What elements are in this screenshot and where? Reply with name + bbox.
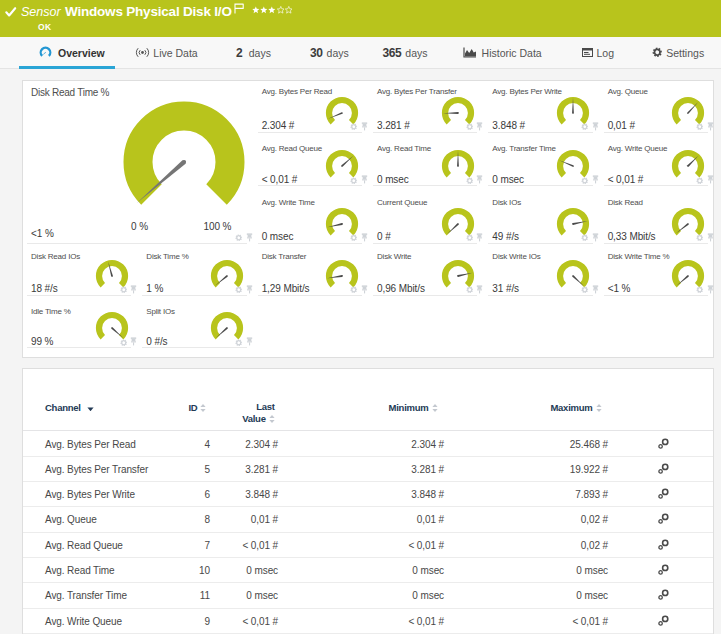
table-row-avg-read-queue[interactable]: Avg. Read Queue7< 0,01 #< 0,01 #0,02 # — [23, 533, 713, 558]
pin-icon[interactable] — [592, 122, 599, 131]
gauge-value: 0,96 Mbit/s — [377, 283, 425, 294]
tab-log[interactable]: Log — [582, 37, 615, 68]
gear-icon[interactable] — [696, 177, 704, 185]
gear-icon[interactable] — [350, 123, 358, 131]
sort-icon[interactable] — [200, 404, 206, 412]
channel-settings-icon[interactable] — [656, 512, 670, 530]
cell-minimum: 2.304 # — [354, 432, 444, 457]
gauge-value: < 0,01 # — [608, 174, 644, 185]
tab-historic-data[interactable]: Historic Data — [463, 37, 542, 68]
pin-icon[interactable] — [361, 285, 368, 294]
priority-stars[interactable] — [252, 6, 293, 14]
gear-icon[interactable] — [350, 286, 358, 294]
tab-settings[interactable]: Settings — [652, 37, 704, 68]
pin-icon[interactable] — [361, 122, 368, 131]
table-row-avg-bytes-per-read[interactable]: Avg. Bytes Per Read42.304 #2.304 #25.468… — [23, 432, 713, 457]
pin-icon[interactable] — [476, 175, 483, 184]
channel-settings-icon[interactable] — [656, 437, 670, 455]
sort-icon[interactable] — [269, 415, 275, 423]
star-icon-empty[interactable] — [277, 6, 285, 14]
table-row-avg-queue[interactable]: Avg. Queue80,01 #0,01 #0,02 # — [23, 507, 713, 532]
pin-icon[interactable] — [592, 175, 599, 184]
gauge-cell-avg-read-queue: Avg. Read Queue< 0,01 # — [254, 133, 369, 187]
star-icon-filled[interactable] — [268, 6, 276, 14]
column-header-minimum[interactable]: Minimum — [389, 402, 438, 413]
gear-icon[interactable] — [652, 47, 663, 58]
sort-icon[interactable] — [432, 404, 438, 412]
cell-actions — [696, 175, 714, 184]
channel-settings-icon[interactable] — [656, 588, 670, 606]
gauge-label: Current Queue — [377, 198, 427, 207]
tab-365-days[interactable]: 365days — [383, 37, 428, 68]
cell-maximum: < 0,01 # — [518, 609, 608, 634]
pin-icon[interactable] — [130, 337, 137, 346]
pin-icon[interactable] — [361, 233, 368, 242]
star-icon-filled[interactable] — [252, 6, 260, 14]
column-header-id[interactable]: ID — [188, 402, 206, 413]
gear-icon[interactable] — [696, 123, 704, 131]
pin-icon[interactable] — [707, 233, 714, 242]
table-row-avg-bytes-per-write[interactable]: Avg. Bytes Per Write63.848 #3.848 #7.893… — [23, 482, 713, 507]
channel-settings-icon[interactable] — [656, 563, 670, 581]
pin-icon[interactable] — [361, 175, 368, 184]
gauge-cell-disk-write: Disk Write0,96 Mbit/s — [369, 244, 484, 296]
gauge-scale-max: 100 % — [204, 221, 232, 232]
pin-icon[interactable] — [707, 175, 714, 184]
sort-icon[interactable] — [596, 404, 602, 412]
gear-icon[interactable] — [581, 286, 589, 294]
gauge-label: Avg. Bytes Per Write — [492, 87, 562, 96]
gear-icon[interactable] — [581, 123, 589, 131]
cell-minimum: 0 msec — [354, 583, 444, 608]
gauge-cell-disk-write-time-: Disk Write Time %<1 % — [600, 244, 715, 296]
cell-actions — [350, 122, 368, 131]
star-icon-filled[interactable] — [260, 6, 268, 14]
table-row-avg-transfer-time[interactable]: Avg. Transfer Time110 msec0 msec0 msec — [23, 583, 713, 608]
gear-icon[interactable] — [235, 286, 243, 294]
pin-icon[interactable] — [476, 233, 483, 242]
star-icon-empty[interactable] — [285, 6, 293, 14]
pin-icon[interactable] — [592, 285, 599, 294]
pin-icon[interactable] — [707, 285, 714, 294]
gauge-label: Idle Time % — [31, 307, 71, 316]
channel-settings-icon[interactable] — [656, 614, 670, 632]
gear-icon[interactable] — [235, 339, 243, 347]
table-row-avg-bytes-per-transfer[interactable]: Avg. Bytes Per Transfer53.281 #3.281 #19… — [23, 457, 713, 482]
tab-2-days[interactable]: 2days — [236, 37, 271, 68]
pin-icon[interactable] — [130, 285, 137, 294]
channel-settings-icon[interactable] — [656, 462, 670, 480]
pin-icon[interactable] — [246, 285, 253, 294]
tab-30-days[interactable]: 30days — [310, 37, 349, 68]
gear-icon[interactable] — [120, 286, 128, 294]
gear-icon[interactable] — [696, 234, 704, 242]
gauge-label: Disk Time % — [146, 252, 188, 261]
gear-icon[interactable] — [235, 234, 243, 242]
tab-overview[interactable]: Overview — [39, 37, 105, 68]
gear-icon[interactable] — [466, 177, 474, 185]
pin-icon[interactable] — [592, 233, 599, 242]
gear-icon[interactable] — [350, 177, 358, 185]
channel-settings-icon[interactable] — [656, 487, 670, 505]
gear-icon[interactable] — [466, 234, 474, 242]
pin-icon[interactable] — [476, 285, 483, 294]
gear-icon[interactable] — [466, 123, 474, 131]
pin-icon[interactable] — [476, 122, 483, 131]
gear-icon[interactable] — [466, 286, 474, 294]
flag-icon[interactable] — [234, 3, 245, 14]
gear-icon[interactable] — [696, 286, 704, 294]
gauge-cell-disk-write-ios: Disk Write IOs31 #/s — [484, 244, 599, 296]
column-header-last-value[interactable]: LastValue — [242, 401, 275, 426]
table-row-avg-write-queue[interactable]: Avg. Write Queue9< 0,01 #< 0,01 #< 0,01 … — [23, 609, 713, 634]
pin-icon[interactable] — [246, 337, 253, 346]
tab-live-data[interactable]: Live Data — [135, 37, 197, 68]
gear-icon[interactable] — [350, 234, 358, 242]
pin-icon[interactable] — [707, 122, 714, 131]
pin-icon[interactable] — [246, 233, 253, 242]
gear-icon[interactable] — [581, 234, 589, 242]
table-row-avg-read-time[interactable]: Avg. Read Time100 msec0 msec0 msec — [23, 558, 713, 583]
column-header-channel[interactable]: Channel — [45, 402, 94, 413]
cell-channel: Avg. Queue — [45, 507, 97, 532]
column-header-maximum[interactable]: Maximum — [550, 402, 601, 413]
gear-icon[interactable] — [581, 177, 589, 185]
channel-settings-icon[interactable] — [656, 538, 670, 556]
gear-icon[interactable] — [120, 339, 128, 347]
